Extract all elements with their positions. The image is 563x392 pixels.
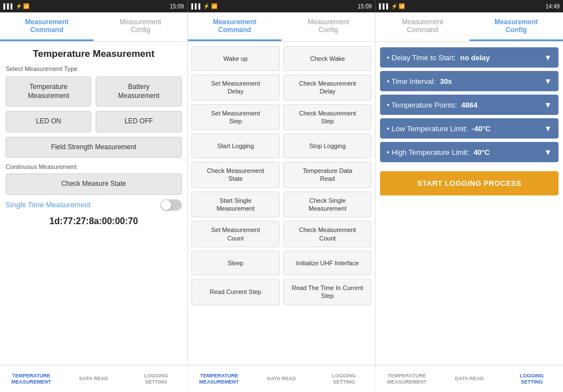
read-current-step-btn[interactable]: Read Current Step <box>191 279 280 305</box>
signal-icons-1: ▌▌▌ ⚡ 📶 <box>3 3 29 9</box>
cmd-row-2: Set MeasurementDelay Check MeasurementDe… <box>191 74 372 101</box>
read-time-in-current-step-btn[interactable]: Read The Time In Current Step <box>283 279 372 305</box>
command-grid: Wake up Check Wake Set MeasurementDelay … <box>191 46 372 305</box>
high-temp-label: • High Temperature Limit: <box>387 148 469 157</box>
field-strength-btn[interactable]: Field Strength Measurement <box>6 137 182 158</box>
check-measurement-state-btn[interactable]: Check MeasurementState <box>191 162 280 188</box>
time-interval-label: • Time Interval: <box>387 77 435 86</box>
cmd-row-6: Start SingleMeasurement Check SingleMeas… <box>191 191 372 218</box>
delay-time-arrow-icon: ▼ <box>544 53 552 62</box>
nav-logging-setting-3[interactable]: LOGGINGSETTING <box>501 366 563 392</box>
panel-1-tabs: MeasurementCommand MeasurementConfig <box>0 12 187 42</box>
low-temp-value: -40°C <box>470 124 490 133</box>
cmd-row-3: Set MeasurementStep Check MeasurementSte… <box>191 104 372 131</box>
panel-3-content: • Delay Time to Start: no delay ▼ • Time… <box>376 42 563 201</box>
single-time-row: Single Time Measurement <box>6 199 182 211</box>
cmd-row-7: Set MeasurementCount Check MeasurementCo… <box>191 221 372 247</box>
set-measurement-step-btn[interactable]: Set MeasurementStep <box>191 104 280 131</box>
field-strength-row: Field Strength Measurement <box>6 137 182 158</box>
check-measure-row: Check Measure State <box>6 173 182 195</box>
signal-icons-3: ▌▌▌ ⚡ 📶 <box>379 3 405 9</box>
initialize-uhf-btn[interactable]: Initialize UHF Interface <box>283 251 372 275</box>
low-temp-dropdown[interactable]: • Low Temperature Limit: -40°C ▼ <box>380 118 558 139</box>
start-logging-process-btn[interactable]: START LOGGING PROCESS <box>380 171 558 195</box>
stop-logging-btn[interactable]: Stop Logging <box>283 133 372 158</box>
temperature-points-dropdown[interactable]: • Temperature Points: 4864 ▼ <box>380 95 558 115</box>
temperature-points-arrow-icon: ▼ <box>544 100 552 109</box>
single-time-toggle[interactable] <box>160 199 182 211</box>
temperature-measurement-btn[interactable]: TemperatureMeasurement <box>6 77 91 106</box>
check-measurement-delay-btn[interactable]: Check MeasurementDelay <box>283 74 372 101</box>
high-temp-dropdown[interactable]: • High Temperature Limit: 40°C ▼ <box>380 142 558 162</box>
nav-temperature-measurement-2[interactable]: TEMPERATUREMEASUREMENT <box>188 366 251 392</box>
status-bar: ▌▌▌ ⚡ 📶 15:09 ▌▌▌ ⚡ 📶 15:09 ▌▌▌ ⚡ 📶 14:4… <box>0 0 563 12</box>
tab-measurement-config-2[interactable]: MeasurementConfig <box>282 12 375 41</box>
delay-time-dropdown[interactable]: • Delay Time to Start: no delay ▼ <box>380 47 558 68</box>
cmd-row-1: Wake up Check Wake <box>191 46 372 71</box>
cmd-row-8: Sleep Initialize UHF Interface <box>191 251 372 275</box>
time-1: 15:09 <box>170 3 184 10</box>
tab-measurement-config-3[interactable]: MeasurementConfig <box>470 12 563 41</box>
signal-icons-2: ▌▌▌ ⚡ 📶 <box>191 3 217 9</box>
tab-measurement-command-3[interactable]: MeasurementCommand <box>376 12 469 41</box>
delay-time-value: no delay <box>458 54 490 62</box>
panel-1-title: Temperature Measurement <box>6 48 182 60</box>
nav-data-read-2[interactable]: DATA READ <box>251 366 313 392</box>
start-logging-btn[interactable]: Start Logging <box>191 133 280 158</box>
time-3: 14:49 <box>546 3 560 10</box>
panel-2-content: Wake up Check Wake Set MeasurementDelay … <box>188 42 376 365</box>
nav-data-read-1[interactable]: DATA READ <box>62 366 125 392</box>
time-interval-dropdown[interactable]: • Time Interval: 30s ▼ <box>380 71 558 91</box>
check-measure-state-btn[interactable]: Check Measure State <box>6 173 182 195</box>
nav-temperature-measurement-3[interactable]: TEMPERATUREMEASUREMENT <box>376 366 438 392</box>
status-bar-2: ▌▌▌ ⚡ 📶 15:09 <box>188 0 376 12</box>
delay-time-label: • Delay Time to Start: <box>387 54 455 62</box>
start-single-measurement-btn[interactable]: Start SingleMeasurement <box>191 191 280 218</box>
cmd-row-5: Check MeasurementState Temperature DataR… <box>191 162 372 188</box>
nav-logging-setting-2[interactable]: LOGGINGSETTING <box>312 366 375 392</box>
status-bar-1: ▌▌▌ ⚡ 📶 15:09 <box>0 0 188 12</box>
time-interval-value: 30s <box>438 77 452 86</box>
cmd-row-4: Start Logging Stop Logging <box>191 133 372 158</box>
set-measurement-delay-btn[interactable]: Set MeasurementDelay <box>191 74 280 101</box>
tab-measurement-config-1[interactable]: MeasurementConfig <box>93 12 187 41</box>
time-interval-arrow-icon: ▼ <box>544 77 552 86</box>
temperature-points-value: 4864 <box>459 101 478 109</box>
check-single-measurement-btn[interactable]: Check SingleMeasurement <box>283 191 372 218</box>
panel-1-content: Temperature Measurement Select Measureme… <box>0 42 187 365</box>
battery-measurement-btn[interactable]: BatteryMeasurement <box>96 77 181 106</box>
temperature-points-label: • Temperature Points: <box>387 101 457 109</box>
nav-logging-setting-1[interactable]: LOGGINGSETTING <box>125 366 187 392</box>
measurement-type-row: TemperatureMeasurement BatteryMeasuremen… <box>6 77 182 106</box>
nav-data-read-3[interactable]: DATA READ <box>438 366 501 392</box>
cmd-row-9: Read Current Step Read The Time In Curre… <box>191 279 372 305</box>
temperature-data-read-btn[interactable]: Temperature DataRead <box>283 162 372 188</box>
led-on-btn[interactable]: LED ON <box>6 111 91 132</box>
check-measurement-step-btn[interactable]: Check MeasurementStep <box>283 104 372 131</box>
led-off-btn[interactable]: LED OFF <box>96 111 181 132</box>
wake-up-btn[interactable]: Wake up <box>191 46 280 71</box>
main-panels: MeasurementCommand MeasurementConfig Tem… <box>0 12 563 365</box>
set-measurement-count-btn[interactable]: Set MeasurementCount <box>191 221 280 247</box>
nav-temperature-measurement-1[interactable]: TEMPERATUREMEASUREMENT <box>0 366 62 392</box>
check-measurement-count-btn[interactable]: Check MeasurementCount <box>283 221 372 247</box>
check-wake-btn[interactable]: Check Wake <box>283 46 372 71</box>
high-temp-arrow-icon: ▼ <box>544 148 552 157</box>
panel-1: MeasurementCommand MeasurementConfig Tem… <box>0 12 188 365</box>
low-temp-label: • Low Temperature Limit: <box>387 124 467 133</box>
panel-2-tabs: MeasurementCommand MeasurementConfig <box>188 12 376 42</box>
bottom-nav: TEMPERATUREMEASUREMENT DATA READ LOGGING… <box>0 365 563 392</box>
tab-measurement-command-1[interactable]: MeasurementCommand <box>0 12 93 41</box>
bottom-nav-segment-3: TEMPERATUREMEASUREMENT DATA READ LOGGING… <box>376 366 563 392</box>
device-id: 1d:77:27:8a:00:00:70 <box>6 216 182 226</box>
select-measurement-label: Select Measurement Type <box>6 65 182 72</box>
sleep-btn[interactable]: Sleep <box>191 251 280 275</box>
bottom-nav-segment-2: TEMPERATUREMEASUREMENT DATA READ LOGGING… <box>188 366 376 392</box>
single-time-label: Single Time Measurement <box>6 201 91 209</box>
time-2: 15:09 <box>358 3 372 10</box>
panel-2: MeasurementCommand MeasurementConfig Wak… <box>188 12 376 365</box>
high-temp-value: 40°C <box>471 148 490 157</box>
led-row: LED ON LED OFF <box>6 111 182 132</box>
panel-3-tabs: MeasurementCommand MeasurementConfig <box>376 12 563 42</box>
tab-measurement-command-2[interactable]: MeasurementCommand <box>188 12 282 41</box>
